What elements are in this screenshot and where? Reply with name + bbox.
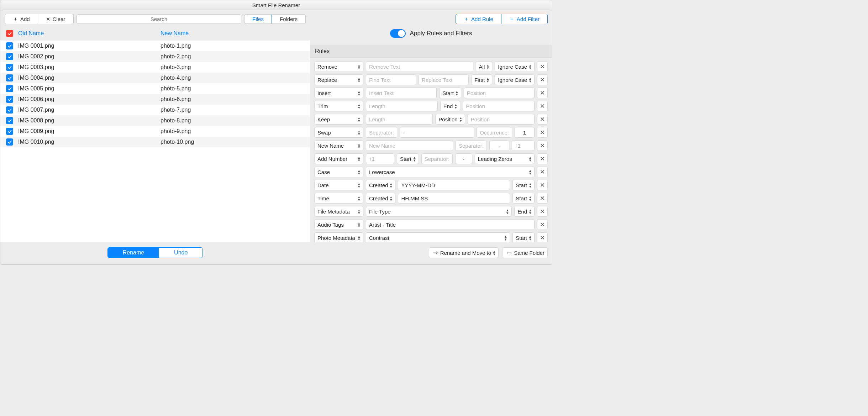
rule-select[interactable]: Contrast▴▾: [366, 232, 510, 242]
rule-select[interactable]: First▴▾: [471, 74, 492, 85]
remove-rule-button[interactable]: ✕: [537, 61, 548, 72]
rule-select[interactable]: Start▴▾: [512, 193, 535, 204]
rule-select[interactable]: Ignore Case▴▾: [495, 74, 535, 85]
rule-input[interactable]: YYYY-MM-DD: [398, 180, 510, 190]
rule-input[interactable]: Insert Text: [366, 88, 437, 98]
file-list[interactable]: IMG 0001.png photo-1.png IMG 0002.png ph…: [0, 41, 310, 242]
column-old-name[interactable]: Old Name: [18, 30, 161, 37]
clear-button[interactable]: ✕ Clear: [38, 14, 73, 24]
files-tab[interactable]: Files: [244, 14, 272, 24]
rule-input[interactable]: Find Text: [366, 74, 416, 85]
column-new-name[interactable]: New Name: [161, 30, 189, 37]
rule-input[interactable]: ↑1: [512, 140, 535, 151]
remove-rule-button[interactable]: ✕: [537, 140, 548, 151]
add-rule-button[interactable]: ＋ Add Rule: [456, 14, 501, 24]
rename-button[interactable]: Rename: [108, 248, 159, 258]
add-button[interactable]: ＋ Add: [5, 14, 38, 24]
rule-select[interactable]: Start▴▾: [439, 88, 461, 98]
same-folder-button[interactable]: ▭ Same Folder: [502, 247, 548, 258]
rule-input[interactable]: Artist - Title: [366, 219, 535, 230]
rule-select[interactable]: File Type▴▾: [366, 206, 512, 217]
rule-select[interactable]: End▴▾: [440, 101, 461, 111]
file-checkbox[interactable]: [6, 74, 13, 81]
file-row[interactable]: IMG 0004.png photo-4.png: [0, 73, 310, 83]
rule-input[interactable]: Replace Text: [419, 74, 469, 85]
rule-select[interactable]: Add Number▴▾: [314, 153, 363, 164]
rule-input[interactable]: Length: [366, 114, 433, 125]
file-row[interactable]: IMG 0003.png photo-3.png: [0, 62, 310, 73]
rule-input[interactable]: HH.MM.SS: [398, 193, 510, 204]
rule-input[interactable]: -: [400, 127, 474, 138]
file-row[interactable]: IMG 0005.png photo-5.png: [0, 83, 310, 94]
rule-select[interactable]: Remove▴▾: [314, 61, 363, 72]
file-row[interactable]: IMG 0007.png photo-7.png: [0, 105, 310, 115]
select-all-checkbox[interactable]: [6, 30, 13, 37]
file-checkbox[interactable]: [6, 85, 13, 92]
file-checkbox[interactable]: [6, 53, 13, 60]
rule-select[interactable]: Date▴▾: [314, 180, 363, 190]
remove-rule-button[interactable]: ✕: [537, 219, 548, 230]
rule-select[interactable]: Insert▴▾: [314, 88, 363, 98]
rule-select[interactable]: Lowercase▴▾: [366, 167, 535, 177]
rule-select[interactable]: Time▴▾: [314, 193, 363, 204]
rule-input[interactable]: Length: [366, 101, 438, 111]
rule-select[interactable]: Swap▴▾: [314, 127, 363, 138]
file-row[interactable]: IMG 0006.png photo-6.png: [0, 94, 310, 105]
rule-select[interactable]: New Name▴▾: [314, 140, 363, 151]
rule-input[interactable]: -: [455, 153, 472, 164]
file-row[interactable]: IMG 0009.png photo-9.png: [0, 126, 310, 137]
file-row[interactable]: IMG 0001.png photo-1.png: [0, 41, 310, 51]
file-checkbox[interactable]: [6, 96, 13, 103]
remove-rule-button[interactable]: ✕: [537, 114, 548, 125]
rule-input[interactable]: ↑1: [366, 153, 394, 164]
rule-select[interactable]: Replace▴▾: [314, 74, 363, 85]
rule-select[interactable]: Created▴▾: [366, 193, 395, 204]
rule-select[interactable]: End▴▾: [514, 206, 535, 217]
folders-tab[interactable]: Folders: [272, 15, 305, 23]
rule-select[interactable]: Position▴▾: [435, 114, 465, 125]
file-row[interactable]: IMG 0008.png photo-8.png: [0, 115, 310, 126]
rule-select[interactable]: Start▴▾: [397, 153, 419, 164]
file-checkbox[interactable]: [6, 138, 13, 146]
file-checkbox[interactable]: [6, 128, 13, 135]
rule-select[interactable]: All▴▾: [476, 61, 493, 72]
rule-select[interactable]: Audio Tags▴▾: [314, 219, 363, 230]
rule-input[interactable]: Position: [464, 88, 535, 98]
add-filter-button[interactable]: ＋ Add Filter: [501, 14, 547, 24]
remove-rule-button[interactable]: ✕: [537, 74, 548, 85]
remove-rule-button[interactable]: ✕: [537, 180, 548, 190]
rule-select[interactable]: Case▴▾: [314, 167, 363, 177]
rule-input[interactable]: -: [489, 140, 509, 151]
remove-rule-button[interactable]: ✕: [537, 193, 548, 204]
file-row[interactable]: IMG 0002.png photo-2.png: [0, 51, 310, 62]
rule-select[interactable]: Ignore Case▴▾: [495, 61, 535, 72]
rule-select[interactable]: Created▴▾: [366, 180, 395, 190]
rule-input[interactable]: New Name: [366, 140, 453, 151]
apply-toggle[interactable]: [390, 29, 406, 38]
rule-input[interactable]: Position: [468, 114, 535, 125]
file-checkbox[interactable]: [6, 117, 13, 124]
remove-rule-button[interactable]: ✕: [537, 167, 548, 177]
file-row[interactable]: IMG 0010.png photo-10.png: [0, 137, 310, 147]
remove-rule-button[interactable]: ✕: [537, 206, 548, 217]
rule-select[interactable]: Start▴▾: [512, 232, 535, 242]
rule-select[interactable]: Start▴▾: [512, 180, 535, 190]
rule-input[interactable]: 1: [515, 127, 535, 138]
remove-rule-button[interactable]: ✕: [537, 153, 548, 164]
rule-select[interactable]: Trim▴▾: [314, 101, 363, 111]
rename-move-select[interactable]: ⇨ Rename and Move to ▴▾: [429, 247, 499, 258]
rule-select[interactable]: Leading Zeros▴▾: [475, 153, 535, 164]
remove-rule-button[interactable]: ✕: [537, 88, 548, 98]
file-checkbox[interactable]: [6, 106, 13, 114]
rule-select[interactable]: Keep▴▾: [314, 114, 363, 125]
rule-select[interactable]: Photo Metadata▴▾: [314, 232, 363, 242]
file-checkbox[interactable]: [6, 42, 13, 49]
remove-rule-button[interactable]: ✕: [537, 232, 548, 242]
remove-rule-button[interactable]: ✕: [537, 127, 548, 138]
search-input[interactable]: [77, 14, 242, 24]
file-checkbox[interactable]: [6, 64, 13, 71]
rule-select[interactable]: File Metadata▴▾: [314, 206, 363, 217]
remove-rule-button[interactable]: ✕: [537, 101, 548, 111]
rule-input[interactable]: Position: [463, 101, 535, 111]
undo-button[interactable]: Undo: [159, 248, 202, 258]
